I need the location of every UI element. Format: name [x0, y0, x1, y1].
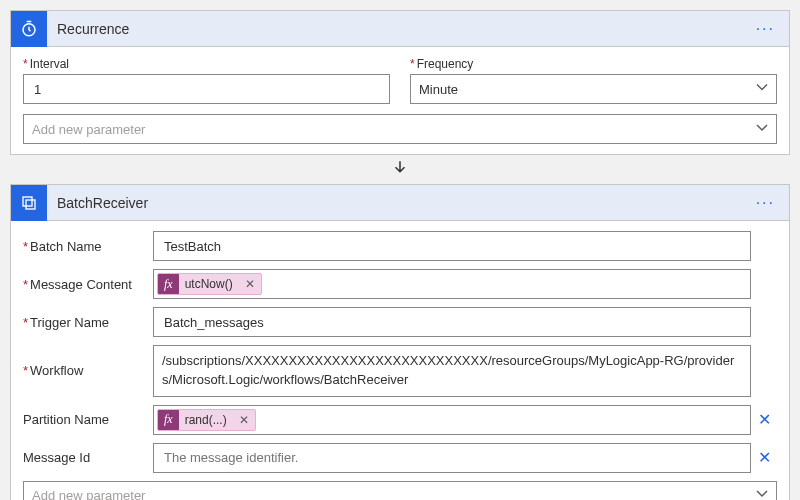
trigger-name-input[interactable]: [153, 307, 751, 337]
batch-name-label: *Batch Name: [23, 239, 153, 254]
remove-message-id-button[interactable]: ✕: [751, 448, 777, 467]
recurrence-add-parameter[interactable]: Add new parameter: [23, 114, 777, 144]
workflow-input[interactable]: /subscriptions/XXXXXXXXXXXXXXXXXXXXXXXXX…: [153, 345, 751, 397]
trigger-name-label: *Trigger Name: [23, 315, 153, 330]
recurrence-menu-button[interactable]: ···: [750, 20, 781, 38]
svg-rect-1: [23, 197, 32, 206]
batch-name-input[interactable]: [153, 231, 751, 261]
token-remove-icon[interactable]: ✕: [233, 413, 255, 427]
frequency-dropdown[interactable]: Minute: [410, 74, 777, 104]
frequency-label: *Frequency: [410, 57, 777, 71]
batch-card: BatchReceiver ··· *Batch Name *Message C…: [10, 184, 790, 500]
batch-add-parameter[interactable]: Add new parameter: [23, 481, 777, 500]
workflow-label: *Workflow: [23, 363, 153, 378]
interval-input[interactable]: [23, 74, 390, 104]
batch-menu-button[interactable]: ···: [750, 194, 781, 212]
remove-partition-button[interactable]: ✕: [751, 410, 777, 429]
token-remove-icon[interactable]: ✕: [239, 277, 261, 291]
message-content-label: *Message Content: [23, 277, 153, 292]
batch-title: BatchReceiver: [57, 195, 750, 211]
expression-token[interactable]: fx utcNow() ✕: [157, 273, 262, 295]
recurrence-card: Recurrence ··· *Interval *Frequency Minu…: [10, 10, 790, 155]
message-id-label: Message Id: [23, 450, 153, 465]
expression-token[interactable]: fx rand(...) ✕: [157, 409, 256, 431]
chevron-down-icon: [756, 82, 768, 97]
chevron-down-icon: [756, 488, 768, 500]
recurrence-icon: [11, 11, 47, 47]
recurrence-title: Recurrence: [57, 21, 750, 37]
chevron-down-icon: [756, 122, 768, 137]
message-id-input[interactable]: [153, 443, 751, 473]
partition-name-input[interactable]: fx rand(...) ✕: [153, 405, 751, 435]
fx-icon: fx: [158, 274, 179, 294]
recurrence-header[interactable]: Recurrence ···: [11, 11, 789, 47]
interval-label: *Interval: [23, 57, 390, 71]
fx-icon: fx: [158, 410, 179, 430]
batch-icon: [11, 185, 47, 221]
message-content-input[interactable]: fx utcNow() ✕: [153, 269, 751, 299]
partition-name-label: Partition Name: [23, 412, 153, 427]
batch-header[interactable]: BatchReceiver ···: [11, 185, 789, 221]
flow-connector-arrow: [10, 155, 790, 184]
svg-rect-2: [26, 200, 35, 209]
